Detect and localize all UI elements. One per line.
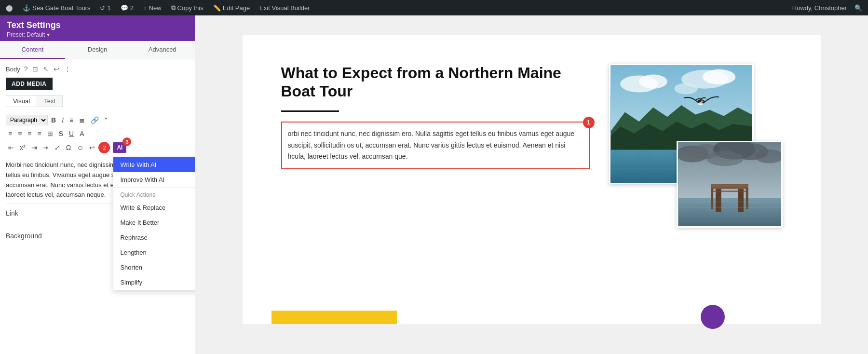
svg-point-12 [698, 102, 704, 105]
user-greeting[interactable]: Howdy, Christopher [790, 4, 849, 12]
svg-point-5 [674, 83, 698, 94]
content-area: What to Expect from a Northern Maine Boa… [195, 15, 868, 354]
panel-tabs: Content Design Advanced [0, 41, 195, 59]
badge-3: 3 [122, 137, 131, 146]
underline-button[interactable]: U [67, 128, 76, 139]
plus-icon: + [143, 4, 147, 12]
write-with-ai-option[interactable]: Write With AI [113, 157, 195, 172]
image-stack [609, 64, 783, 228]
panel-header: Text Settings Preset: Default ▾ [0, 15, 195, 41]
topbar-right: Howdy, Christopher 🔍 [790, 4, 864, 12]
revision-icon: ↺ [100, 4, 105, 12]
tab-design[interactable]: Design [65, 41, 130, 59]
search-icon: 🔍 [854, 4, 862, 12]
editor-tabs: Visual Text [6, 95, 63, 107]
svg-rect-22 [738, 187, 744, 212]
selected-text: orbi nec tincidunt nunc, nec dignissim e… [288, 128, 583, 163]
editor-tab-text[interactable]: Text [37, 95, 62, 107]
ai-button-wrapper: AI 3 Write With AI Improve With AI Quick… [113, 142, 126, 153]
site-name[interactable]: ⚓ Sea Gate Boat Tours [21, 4, 92, 12]
comments-item[interactable]: 💬 2 [119, 4, 136, 12]
panel-title: Text Settings [7, 20, 188, 30]
editor-tab-visual[interactable]: Visual [6, 95, 37, 107]
improve-with-ai-option[interactable]: Improve With AI [113, 172, 195, 187]
cursor-icon[interactable]: ↖ [42, 64, 50, 74]
wp-icon: ⬤ [6, 4, 13, 12]
svg-rect-21 [716, 187, 721, 212]
copy-icon: ⧉ [171, 4, 176, 12]
format-toolbar-3: ⇤ x² ⇥ ⇥ ⤢ Ω ☺ ↩ 2 AI 3 Write With AI [6, 142, 189, 153]
svg-point-11 [701, 100, 704, 102]
special-chars-button[interactable]: Ω [64, 142, 73, 153]
lengthen-option[interactable]: Lengthen [113, 245, 195, 260]
content-inner: What to Expect from a Northern Maine Boa… [243, 35, 821, 257]
svg-rect-20 [678, 198, 781, 226]
copy-this-button[interactable]: ⧉ Copy this [169, 4, 205, 12]
search-button[interactable]: 🔍 [853, 4, 864, 12]
help-icon[interactable]: ? [23, 64, 29, 74]
unordered-list-button[interactable]: ≡ [67, 115, 76, 125]
edit-page-button[interactable]: ✏️ Edit Page [211, 4, 252, 12]
ai-dropdown-menu: Write With AI Improve With AI Quick Acti… [113, 157, 195, 290]
text-section: What to Expect from a Northern Maine Boa… [281, 64, 590, 169]
link-button[interactable]: 🔗 [88, 115, 101, 125]
indent-button[interactable]: ⇤ [6, 142, 16, 153]
svg-rect-24 [712, 185, 747, 186]
site-icon: ⚓ [23, 4, 30, 12]
panel-body: Body ? ⊡ ↖ ↩ ⋮ ADD MEDIA Visual Text Par… [0, 59, 195, 354]
image-section [609, 64, 783, 228]
outdent-button[interactable]: ⇥ [29, 142, 40, 153]
new-button[interactable]: + New [141, 4, 163, 12]
selection-badge: 1 [583, 117, 595, 128]
format-toolbar-1: Paragraph B I ≡ ≣ 🔗 " [6, 115, 189, 125]
bold-button[interactable]: B [49, 115, 58, 125]
panel-preset[interactable]: Preset: Default ▾ [7, 31, 188, 38]
table-button[interactable]: ⊞ [45, 128, 55, 139]
emoji-button[interactable]: ☺ [74, 142, 86, 153]
indent-right-button[interactable]: ⇥ [41, 142, 51, 153]
italic-button[interactable]: I [59, 115, 66, 125]
undo-edit-button[interactable]: ↩ [87, 142, 97, 153]
heading-underline [281, 110, 339, 112]
paragraph-select[interactable]: Paragraph [6, 115, 48, 125]
svg-point-19 [706, 151, 743, 166]
redo-edit-button[interactable]: 2 [98, 142, 110, 153]
selected-text-box[interactable]: 1 orbi nec tincidunt nunc, nec dignissim… [281, 122, 590, 169]
fullscreen-button[interactable]: ⤢ [52, 142, 63, 153]
align-left-button[interactable]: ≡ [6, 128, 14, 139]
responsive-icon[interactable]: ⊡ [31, 64, 39, 74]
rephrase-option[interactable]: Rephrase [113, 230, 195, 245]
simplify-option[interactable]: Simplify [113, 275, 195, 290]
page-content: What to Expect from a Northern Maine Boa… [243, 35, 821, 324]
tab-content[interactable]: Content [0, 41, 65, 59]
align-center-button[interactable]: ≡ [15, 128, 24, 139]
shorten-option[interactable]: Shorten [113, 260, 195, 275]
secondary-image [677, 141, 783, 228]
align-justify-button[interactable]: ≡ [35, 128, 44, 139]
toolbar-row: Body ? ⊡ ↖ ↩ ⋮ [6, 64, 189, 74]
svg-rect-23 [711, 184, 748, 189]
blockquote-button[interactable]: " [102, 115, 109, 125]
quick-actions-label: Quick Actions [113, 188, 195, 200]
make-it-better-option[interactable]: Make It Better [113, 215, 195, 230]
comment-icon: 💬 [121, 4, 128, 12]
exit-visual-builder-button[interactable]: Exit Visual Builder [258, 4, 312, 12]
superscript-button[interactable]: x² [17, 142, 28, 153]
align-right-button[interactable]: ≡ [25, 128, 34, 139]
tab-advanced[interactable]: Advanced [130, 41, 195, 59]
ai-label: AI [117, 144, 122, 151]
add-media-button[interactable]: ADD MEDIA [6, 78, 53, 90]
revision-item[interactable]: ↺ 1 [98, 4, 112, 12]
wp-logo[interactable]: ⬤ [4, 4, 15, 12]
undo-icon[interactable]: ↩ [53, 64, 60, 74]
text-color-button[interactable]: A [77, 128, 86, 139]
write-replace-option[interactable]: Write & Replace [113, 200, 195, 215]
svg-point-4 [702, 69, 735, 84]
more-options-icon[interactable]: ⋮ [63, 64, 72, 74]
strikethrough-button[interactable]: S [56, 128, 66, 139]
ordered-list-button[interactable]: ≣ [77, 115, 87, 125]
svg-point-2 [639, 75, 667, 89]
purple-circle-decoration [701, 305, 725, 329]
main-layout: Text Settings Preset: Default ▾ Content … [0, 15, 868, 354]
body-label: Body [6, 66, 20, 73]
